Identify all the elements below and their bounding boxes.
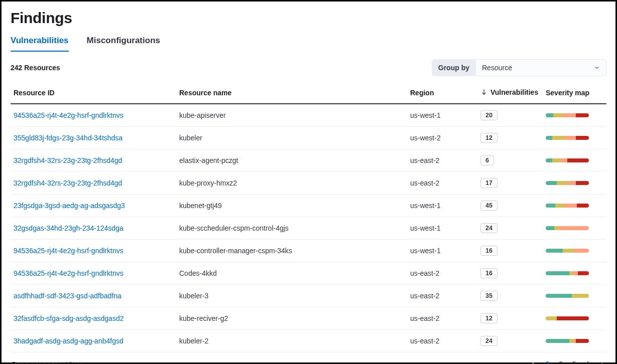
vulnerability-count-badge: 17: [480, 178, 498, 188]
resource-id-link[interactable]: 94536a25-rj4t-4e2g-hsrf-gndlrktnvs: [14, 269, 124, 277]
resource-name-cell: kube-reciver-g2: [176, 307, 407, 330]
col-header-resource-name[interactable]: Resource name: [176, 81, 407, 104]
severity-segment-high: [565, 204, 577, 208]
severity-segment-low: [546, 226, 554, 230]
resource-id-link[interactable]: 32fasdfcb-sfga-sdg-asdg-asdgasd2: [14, 314, 124, 322]
tabs: Vulnerabilities Misconfigurations: [11, 34, 606, 52]
table-row: 23fgsdga-3gsd-aedg-ag-adsgasdg3kubenet-g…: [11, 195, 606, 217]
resource-name-cell: kube-proxy-hmxz2: [176, 172, 407, 195]
resource-id-link[interactable]: 32rgdfsh4-32rs-23g-23tg-2fhsd4gd: [14, 179, 122, 187]
region-cell: us-west-1: [407, 240, 477, 262]
vulnerability-count-badge: 45: [480, 201, 498, 211]
findings-table: Resource ID Resource name Region Vulnera…: [11, 81, 606, 352]
vulnerability-count-badge: 24: [480, 223, 498, 233]
rows-per-page-value: 10: [65, 360, 73, 365]
col-header-severity-map[interactable]: Severity map: [543, 81, 606, 104]
table-row: asdfhhadf-sdf-3423-gsd-adfbadfnakubeler-…: [11, 285, 606, 307]
vulnerability-count-badge: 16: [480, 268, 498, 278]
resource-id-link[interactable]: 23fgsdga-3gsd-aedg-ag-adsgasdg3: [14, 202, 125, 210]
page-prev[interactable]: [530, 361, 537, 365]
chevron-down-icon: [77, 361, 83, 365]
group-by-select[interactable]: Resource: [476, 59, 606, 76]
resource-name-cell: kubeler: [176, 127, 407, 149]
severity-segment-high: [573, 271, 578, 275]
resource-id-link[interactable]: 94536a25-rj4t-4e2g-hsrf-gndlrktnvs: [14, 247, 124, 255]
tab-vulnerabilities[interactable]: Vulnerabilities: [11, 34, 69, 52]
group-by-value: Resource: [482, 64, 512, 72]
page-number-1[interactable]: 1: [546, 359, 550, 364]
page-next[interactable]: [598, 361, 605, 365]
severity-segment-critical: [576, 113, 589, 117]
resource-name-cell: kubeler-3: [176, 285, 407, 307]
chevron-right-icon: [598, 361, 605, 365]
resource-id-link[interactable]: 32rgdfsh4-32rs-23g-23tg-2fhsd4gd: [14, 156, 122, 164]
region-cell: us-east-2: [407, 262, 477, 285]
vulnerability-count-badge: 6: [480, 155, 494, 165]
vulnerability-count-badge: 12: [480, 133, 498, 143]
region-cell: us-west-1: [407, 104, 477, 127]
resource-name-cell: kubeler-2: [176, 330, 407, 352]
resource-name-cell: Codes-4kkd: [176, 262, 407, 285]
severity-segment-low: [546, 339, 569, 343]
severity-map-bar: [546, 271, 589, 275]
resource-id-link[interactable]: 94536a25-rj4t-4e2g-hsrf-gndlrktnvs: [14, 111, 124, 119]
severity-segment-low: [546, 158, 552, 162]
resource-name-cell: kubenet-gtj49: [176, 195, 407, 217]
table-row: 32gsdgas-34hd-23gh-234-124sdgakube-scche…: [11, 217, 606, 240]
region-cell: us-east-2: [407, 149, 477, 172]
severity-segment-medium: [552, 136, 565, 140]
tab-misconfigurations[interactable]: Misconfigurations: [87, 34, 160, 52]
vulnerability-count-badge: 24: [480, 336, 498, 346]
severity-map-bar: [546, 294, 589, 298]
chevron-down-icon: [594, 65, 600, 71]
table-footer: Rows per page: 10 1234: [11, 352, 606, 364]
severity-map-bar: [546, 136, 589, 140]
severity-segment-critical: [576, 136, 589, 140]
severity-segment-high: [559, 226, 589, 230]
page-number-3[interactable]: 3: [572, 359, 576, 364]
page-title: Findings: [11, 10, 606, 27]
page-number-4[interactable]: 4: [585, 359, 589, 364]
vulnerability-count-badge: 20: [480, 110, 498, 120]
region-cell: us-west-2: [407, 127, 477, 149]
severity-segment-medium: [552, 158, 561, 162]
severity-segment-high: [563, 113, 576, 117]
severity-segment-low: [546, 204, 555, 208]
resource-id-link[interactable]: asdfhhadf-sdf-3423-gsd-adfbadfna: [14, 292, 121, 300]
severity-segment-medium: [553, 113, 563, 117]
severity-segment-low: [546, 249, 563, 253]
region-cell: us-east-2: [407, 307, 477, 330]
severity-segment-high: [567, 181, 576, 185]
severity-segment-critical: [576, 181, 589, 185]
resource-id-link[interactable]: 32gsdgas-34hd-23gh-234-124sdga: [14, 224, 124, 232]
severity-segment-critical: [578, 271, 589, 275]
severity-segment-medium: [555, 204, 565, 208]
table-row: 32rgdfsh4-32rs-23g-23tg-2fhsd4gdkube-pro…: [11, 172, 606, 195]
severity-segment-low: [546, 181, 557, 185]
table-row: 32rgdfsh4-32rs-23g-23tg-2fhsd4gdelastix-…: [11, 149, 606, 172]
severity-segment-high: [565, 136, 576, 140]
chevron-left-icon: [530, 361, 537, 365]
col-header-region[interactable]: Region: [407, 81, 477, 104]
page-number-2[interactable]: 2: [559, 359, 563, 364]
severity-map-bar: [546, 249, 589, 253]
group-by-label: Group by: [432, 59, 476, 76]
severity-map-bar: [546, 226, 589, 230]
severity-segment-medium: [563, 249, 574, 253]
severity-map-bar: [546, 181, 589, 185]
col-header-vulnerabilities[interactable]: Vulnerabilities: [477, 81, 543, 104]
rows-per-page-select[interactable]: Rows per page: 10: [12, 360, 83, 365]
pagination: 1234: [530, 359, 605, 364]
resource-id-link[interactable]: 3hadgadf-asdg-asdg-agg-anb4fgsd: [14, 337, 124, 345]
resource-count: 242 Resources: [11, 64, 60, 72]
col-header-resource-id[interactable]: Resource ID: [11, 81, 176, 104]
severity-map-bar: [546, 316, 589, 320]
resource-name-cell: kube-apiserver: [176, 104, 407, 127]
resource-id-link[interactable]: 355gld83j-fdgs-23g-34hd-34tshdsa: [14, 134, 122, 142]
severity-segment-medium: [557, 181, 568, 185]
toolbar: 242 Resources Group by Resource: [11, 59, 606, 76]
vulnerability-count-badge: 16: [480, 246, 498, 256]
table-row: 355gld83j-fdgs-23g-34hd-34tshdsakubeleru…: [11, 127, 606, 149]
severity-segment-low: [546, 294, 572, 298]
severity-map-bar: [546, 113, 589, 117]
